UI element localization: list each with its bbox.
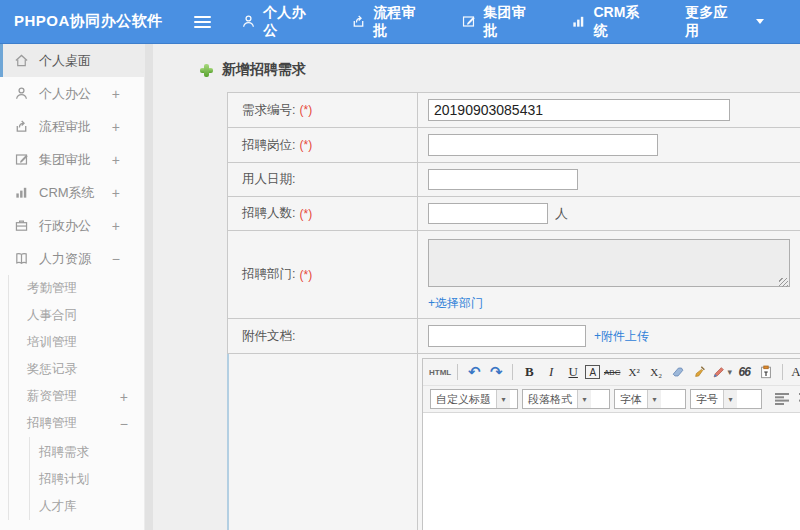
menu-toggle-icon[interactable] bbox=[194, 13, 211, 31]
label-text: 需求编号: bbox=[242, 102, 295, 119]
custom-heading-select[interactable]: 自定义标题 ▾ bbox=[430, 389, 518, 409]
field-cell bbox=[418, 128, 800, 162]
caret-down-icon: ▾ bbox=[577, 390, 591, 408]
field-cell: HTML ↶ ↷ B I U A ABC X² X₂ bbox=[418, 354, 800, 530]
caret-down-icon bbox=[756, 19, 764, 24]
sidebar-item-label: 薪资管理 bbox=[27, 388, 77, 405]
home-icon bbox=[14, 53, 30, 68]
italic-button[interactable]: I bbox=[541, 362, 561, 382]
attachment-upload-link[interactable]: +附件上传 bbox=[594, 328, 649, 345]
sidebar-item-label: 行政办公 bbox=[39, 217, 91, 235]
nav-label: 集团审批 bbox=[483, 4, 535, 40]
sidebar-item-talent-pool[interactable]: 人才库 bbox=[30, 493, 144, 520]
form-row-recruit-post: 招聘岗位: (*) bbox=[228, 128, 800, 163]
resize-handle-icon[interactable] bbox=[779, 278, 788, 287]
nav-item-more-apps[interactable]: 更多应用 bbox=[685, 4, 764, 40]
attachment-input[interactable] bbox=[428, 325, 586, 347]
expand-toggle[interactable]: + bbox=[120, 389, 128, 405]
font-size-select[interactable]: 字号 ▾ bbox=[690, 389, 762, 409]
required-marker: (*) bbox=[299, 138, 312, 152]
expand-toggle[interactable]: + bbox=[112, 86, 120, 102]
sidebar-item-personnel-contract[interactable]: 人事合同 bbox=[9, 302, 144, 329]
nav-label: 更多应用 bbox=[685, 4, 737, 40]
sidebar-item-recruitment-plan[interactable]: 招聘计划 bbox=[30, 466, 144, 493]
html-source-button[interactable]: HTML bbox=[429, 362, 451, 382]
unit-suffix: 人 bbox=[555, 205, 568, 223]
format-clear-broom-icon[interactable] bbox=[690, 362, 710, 382]
caret-down-icon: ▾ bbox=[723, 390, 737, 408]
sidebar-item-personal-office[interactable]: 个人办公 + bbox=[0, 77, 144, 110]
sidebar-item-training-mgmt[interactable]: 培训管理 bbox=[9, 329, 144, 356]
sidebar-scrollbar[interactable] bbox=[145, 44, 153, 530]
sidebar-item-label: 集团审批 bbox=[39, 151, 91, 169]
format-painter-icon[interactable]: ▾ bbox=[712, 362, 732, 382]
sidebar-item-reward-punishment[interactable]: 奖惩记录 bbox=[9, 356, 144, 383]
superscript-button[interactable]: X² bbox=[624, 362, 644, 382]
nav-item-group-approval[interactable]: 集团审批 bbox=[461, 4, 535, 40]
sidebar-item-attendance-mgmt[interactable]: 考勤管理 bbox=[9, 275, 144, 302]
eraser-icon[interactable] bbox=[668, 362, 688, 382]
sidebar-item-salary-mgmt[interactable]: 薪资管理 + bbox=[9, 383, 144, 410]
nav-label: 流程审批 bbox=[373, 4, 425, 40]
sidebar-item-label: 个人办公 bbox=[39, 85, 91, 103]
blockquote-button[interactable]: 66 bbox=[734, 362, 754, 382]
font-family-select[interactable]: 字体 ▾ bbox=[614, 389, 686, 409]
redo-icon[interactable]: ↷ bbox=[486, 362, 506, 382]
nav-item-workflow-approval[interactable]: 流程审批 bbox=[351, 4, 425, 40]
bar-chart-icon bbox=[14, 185, 30, 200]
sidebar-item-admin-office[interactable]: 行政办公 + bbox=[0, 209, 144, 242]
sidebar-item-human-resources[interactable]: 人力资源 − bbox=[0, 242, 144, 275]
expand-toggle[interactable]: + bbox=[112, 152, 120, 168]
font-color-button[interactable]: A ▾ bbox=[789, 362, 800, 382]
form-row-demand-no: 需求编号: (*) bbox=[228, 93, 800, 128]
select-department-link[interactable]: +选择部门 bbox=[428, 295, 483, 312]
nav-label: CRM系统 bbox=[593, 4, 649, 40]
sidebar-item-label: 个人桌面 bbox=[39, 52, 91, 70]
page-title-text: 新增招聘需求 bbox=[222, 61, 306, 79]
field-label: 招聘部门: (*) bbox=[228, 231, 418, 318]
collapse-toggle[interactable]: − bbox=[120, 416, 128, 432]
paragraph-format-select[interactable]: 段落格式 ▾ bbox=[522, 389, 610, 409]
align-left-icon[interactable] bbox=[774, 389, 790, 409]
sidebar-item-label: 招聘需求 bbox=[39, 444, 89, 461]
recruit-dept-textarea[interactable] bbox=[428, 239, 790, 287]
underline-button[interactable]: U bbox=[563, 362, 583, 382]
employ-date-input[interactable] bbox=[428, 169, 578, 190]
nav-item-crm-system[interactable]: CRM系统 bbox=[571, 4, 649, 40]
select-value: 段落格式 bbox=[523, 392, 577, 407]
field-label: 招聘人数: (*) bbox=[228, 197, 418, 230]
edit-icon bbox=[14, 152, 30, 167]
expand-toggle[interactable]: + bbox=[112, 218, 120, 234]
sidebar-item-recruitment-demand[interactable]: 招聘需求 bbox=[30, 439, 144, 466]
demand-no-input[interactable] bbox=[428, 99, 730, 121]
app-logo: PHPOA协同办公软件 bbox=[0, 12, 184, 31]
top-navbar: PHPOA协同办公软件 个人办公 流程审批 集团审批 CRM系统 bbox=[0, 0, 800, 44]
collapse-toggle[interactable]: − bbox=[112, 251, 120, 267]
sidebar-item-recruitment-mgmt[interactable]: 招聘管理 − bbox=[9, 410, 144, 437]
field-cell bbox=[418, 163, 800, 196]
expand-toggle[interactable]: + bbox=[112, 185, 120, 201]
undo-icon[interactable]: ↶ bbox=[464, 362, 484, 382]
briefcase-icon bbox=[14, 218, 30, 233]
subscript-button[interactable]: X₂ bbox=[646, 362, 666, 382]
editor-toolbar-row2: 自定义标题 ▾ 段落格式 ▾ 字体 ▾ bbox=[423, 386, 800, 412]
recruit-count-input[interactable] bbox=[428, 203, 548, 224]
paste-clipboard-icon[interactable] bbox=[756, 362, 776, 382]
nav-item-personal-office[interactable]: 个人办公 bbox=[241, 4, 315, 40]
caret-down-icon: ▾ bbox=[496, 390, 510, 408]
alignment-buttons bbox=[773, 389, 800, 409]
sidebar-item-crm-system[interactable]: CRM系统 + bbox=[0, 176, 144, 209]
editor-content-area[interactable] bbox=[423, 412, 800, 530]
expand-toggle[interactable]: + bbox=[112, 119, 120, 135]
recruit-post-input[interactable] bbox=[428, 134, 658, 156]
strikethrough-button[interactable]: ABC bbox=[602, 362, 622, 382]
sidebar-item-label: 人才库 bbox=[39, 498, 77, 515]
sidebar-item-workflow-approval[interactable]: 流程审批 + bbox=[0, 110, 144, 143]
caret-down-icon: ▾ bbox=[647, 390, 661, 408]
sidebar-item-personal-desktop[interactable]: 个人桌面 bbox=[0, 44, 144, 77]
sidebar-item-group-approval[interactable]: 集团审批 + bbox=[0, 143, 144, 176]
font-style-button[interactable]: A bbox=[585, 365, 600, 379]
sidebar-item-label: 考勤管理 bbox=[27, 280, 77, 297]
bold-button[interactable]: B bbox=[519, 362, 539, 382]
caret-down-icon: ▾ bbox=[727, 367, 732, 377]
